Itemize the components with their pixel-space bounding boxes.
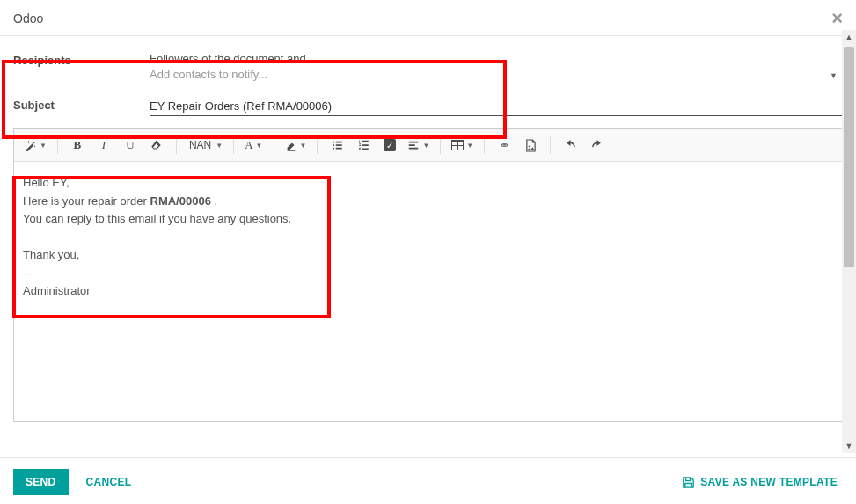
body-order-ref: RMA/00006 — [150, 194, 211, 208]
editor-toolbar: ▼ B I U NAN ▼ A▼ — [14, 129, 842, 162]
table-icon[interactable]: ▼ — [448, 135, 477, 156]
eraser-icon[interactable] — [144, 135, 169, 156]
body-order-line: Here is your repair order RMA/00006 . — [23, 193, 833, 210]
scroll-up-icon[interactable]: ▲ — [842, 30, 856, 44]
svg-point-0 — [528, 145, 530, 147]
link-icon[interactable] — [492, 135, 516, 156]
editor-body[interactable]: Hello EY, Here is your repair order RMA/… — [14, 162, 842, 421]
italic-icon[interactable]: I — [91, 135, 116, 156]
scrollbar-thumb[interactable] — [844, 47, 854, 267]
magic-icon[interactable]: ▼ — [21, 135, 50, 156]
subject-field — [150, 97, 843, 116]
file-icon[interactable] — [518, 135, 543, 156]
recipients-label: Recipients — [13, 52, 150, 84]
compose-email-modal: Odoo × Recipients Followers of the docum… — [0, 0, 856, 504]
body-reply-line: You can reply to this email if you have … — [23, 210, 833, 228]
modal-footer: SEND CANCEL SAVE AS NEW TEMPLATE — [0, 457, 856, 504]
separator — [550, 136, 551, 154]
font-color-icon[interactable]: A▼ — [241, 135, 266, 156]
body-greeting: Hello EY, — [23, 174, 833, 192]
undo-icon[interactable] — [558, 135, 582, 156]
modal-body: Recipients Followers of the document and… — [0, 36, 856, 457]
subject-label: Subject — [13, 97, 150, 116]
send-button[interactable]: SEND — [13, 469, 69, 495]
checklist-icon[interactable]: ✓ — [377, 135, 402, 156]
underline-icon[interactable]: U — [118, 135, 143, 156]
subject-row: Subject — [13, 97, 843, 116]
separator — [274, 136, 274, 154]
save-icon — [682, 476, 695, 489]
contacts-input[interactable] — [150, 65, 843, 84]
redo-icon[interactable] — [584, 135, 609, 156]
body-sig-name: Administrator — [23, 282, 833, 300]
chevron-down-icon[interactable]: ▼ — [830, 71, 838, 80]
scrollbar[interactable]: ▲ ▼ — [842, 30, 856, 453]
separator — [233, 136, 234, 154]
editor: ▼ B I U NAN ▼ A▼ — [13, 128, 843, 422]
highlight-icon[interactable]: ▼ — [282, 135, 311, 156]
unordered-list-icon[interactable] — [325, 135, 349, 156]
cancel-button[interactable]: CANCEL — [81, 475, 137, 489]
close-icon[interactable]: × — [831, 9, 843, 28]
font-family-select[interactable]: NAN ▼ — [184, 135, 226, 156]
followers-text: Followers of the document and — [150, 52, 843, 65]
bold-icon[interactable]: B — [65, 135, 90, 156]
scroll-down-icon[interactable]: ▼ — [842, 439, 856, 453]
modal-title: Odoo — [13, 11, 43, 26]
separator — [484, 136, 485, 154]
separator — [440, 136, 441, 154]
separator — [176, 136, 177, 154]
modal-header: Odoo × — [0, 0, 856, 36]
recipients-row: Recipients Followers of the document and… — [13, 52, 843, 84]
recipients-field: Followers of the document and ▼ — [150, 52, 843, 84]
subject-input[interactable] — [150, 97, 843, 116]
body-sig-dash: -- — [23, 265, 833, 282]
save-template-button[interactable]: SAVE AS NEW TEMPLATE — [677, 475, 843, 490]
ordered-list-icon[interactable] — [351, 135, 376, 156]
separator — [317, 136, 318, 154]
align-icon[interactable]: ▼ — [404, 135, 433, 156]
separator — [57, 136, 58, 154]
body-thanks: Thank you, — [23, 246, 833, 264]
